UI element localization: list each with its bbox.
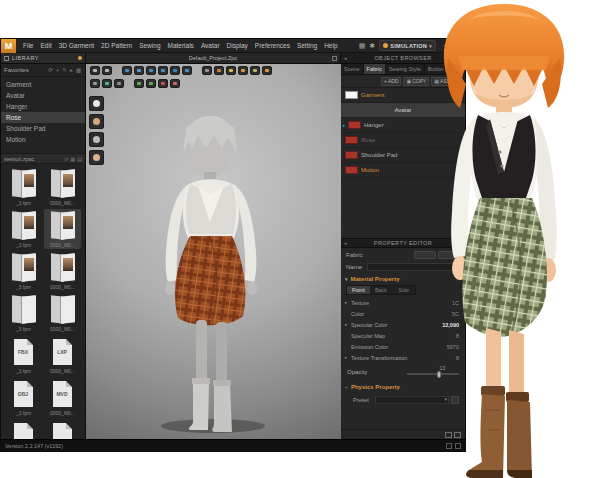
toolbar-icon[interactable] [158, 79, 168, 88]
menu-item[interactable]: 2D Pattern [101, 42, 132, 49]
view-toggle-icon[interactable]: ▤ [77, 156, 82, 162]
library-file-item[interactable]: _3.fpm [5, 209, 42, 249]
display-toggle-icon[interactable] [89, 114, 104, 129]
collapse-arrow-icon[interactable]: ◂ [344, 55, 347, 61]
expand-triangle-icon: ▾ [345, 276, 348, 282]
library-file-item[interactable]: 0000_M0... [44, 293, 81, 333]
library-file-item[interactable]: 0000_M0... [44, 251, 81, 291]
menu-item[interactable]: Sewing [139, 42, 160, 49]
toolbar-icon[interactable] [134, 79, 144, 88]
toolbar-icon[interactable] [134, 66, 144, 75]
toolbar-icon[interactable] [202, 66, 212, 75]
library-file-item[interactable]: 0000_M0... [44, 167, 81, 207]
gear-icon[interactable]: ✱ [369, 42, 375, 50]
library-category-item[interactable]: Rose [1, 112, 85, 123]
fabric-swatch [345, 136, 358, 144]
fabric-swatch [348, 121, 361, 129]
library-file-item[interactable] [5, 419, 42, 439]
library-category-item[interactable]: Motion [1, 134, 85, 145]
toolbar-icon[interactable] [102, 66, 112, 75]
file-thumbnail [50, 253, 76, 283]
menu-item[interactable]: Help [324, 42, 337, 49]
library-file-item[interactable]: MVD 0000_M0... [44, 377, 81, 417]
favorites-action-icon[interactable]: ▸ [68, 67, 75, 73]
favorites-action-icon[interactable]: ▦ [75, 67, 82, 73]
material-side-tab[interactable]: Front [347, 286, 370, 294]
menu-item[interactable]: File [23, 42, 33, 49]
toolbar-icon[interactable] [114, 79, 124, 88]
toolbar-icon[interactable] [262, 66, 272, 75]
menu-item[interactable]: Display [227, 42, 248, 49]
library-file-item[interactable]: _3.fpm [5, 167, 42, 207]
toolbar-icon[interactable] [122, 66, 132, 75]
library-file-item[interactable]: LXP 0000_M0... [44, 335, 81, 375]
favorites-action-icon[interactable]: + [54, 67, 61, 73]
viewport-3d[interactable] [86, 64, 341, 439]
store-icon[interactable]: ▦ [359, 42, 366, 50]
library-category-item[interactable]: Avatar [1, 90, 85, 101]
panel-icon [4, 56, 9, 61]
toolbar-icon[interactable] [90, 79, 100, 88]
menu-item[interactable]: Edit [40, 42, 51, 49]
toolbar-icon[interactable] [146, 66, 156, 75]
library-file-item[interactable]: FBX _3.fpm [5, 335, 42, 375]
avatar-preview [63, 258, 73, 271]
fabric-action-button[interactable]: + ADD [381, 77, 401, 86]
toolbar-icon[interactable] [250, 66, 260, 75]
library-panel: Favorites ⟳+✎▸▦ GarmentAvatarHangerRoseS… [1, 64, 86, 439]
library-file-item[interactable] [44, 419, 81, 439]
library-category-item[interactable]: Hanger [1, 101, 85, 112]
library-panel-tab[interactable]: LIBRARY [1, 53, 86, 63]
toolbar-icon[interactable] [146, 79, 156, 88]
view-toggle-icon[interactable]: ⟳ [64, 156, 68, 162]
fabric-swatch [345, 151, 358, 159]
menu-item[interactable]: 3D Garment [59, 42, 94, 49]
library-file-item[interactable]: _3.fpm [5, 293, 42, 333]
view-toggle-icon[interactable]: ▦ [71, 156, 76, 162]
folder-name: wetsuit.zpac [4, 156, 34, 162]
toolbar-icon[interactable] [182, 66, 192, 75]
menu-item[interactable]: Preferences [255, 42, 290, 49]
avatar-preview [63, 216, 73, 229]
toolbar-icon[interactable] [170, 79, 180, 88]
display-toggle-icon[interactable] [89, 132, 104, 147]
file-thumbnail [11, 295, 37, 325]
toolbar-icon[interactable] [90, 66, 100, 75]
toolbar-icon[interactable] [238, 66, 248, 75]
library-file-item[interactable]: OBJ _3.fpm [5, 377, 42, 417]
status-bar: Version 2.2.147 (v1192) [1, 439, 465, 451]
object-browser-tab[interactable]: Fabric [364, 64, 386, 74]
file-thumbnail: FBX [11, 337, 37, 367]
toolbar-icon[interactable] [226, 66, 236, 75]
file-thumbnail [50, 295, 76, 325]
application-window: M FileEdit3D Garment2D PatternSewingMate… [0, 38, 466, 452]
avatar-preview [63, 174, 73, 187]
collapse-arrow-icon[interactable]: ◂ [344, 240, 347, 246]
file-caption: 0000_M0... [50, 200, 75, 206]
object-browser-tab[interactable]: Scene [341, 64, 364, 74]
display-toggle-icon[interactable] [89, 96, 104, 111]
library-category-item[interactable]: Garment [1, 79, 85, 90]
library-file-item[interactable]: 0000_M0... [44, 209, 81, 249]
document-tab[interactable]: Default_Project.Zpc [86, 53, 341, 63]
library-category-item[interactable]: Shoulder Pad [1, 123, 85, 134]
toolbar-icon[interactable] [102, 79, 112, 88]
toolbar-icon[interactable] [170, 66, 180, 75]
favorites-action-icon[interactable]: ✎ [61, 67, 68, 73]
material-side-tab[interactable]: Back [370, 286, 393, 294]
file-type-badge: FBX [14, 349, 33, 355]
toolbar-icon[interactable] [214, 66, 224, 75]
favorites-action-icon[interactable]: ⟳ [47, 67, 54, 73]
tab-close-icon[interactable] [332, 56, 337, 61]
toolbar-icon[interactable] [158, 66, 168, 75]
display-toggle-icon[interactable] [89, 150, 104, 165]
menu-item[interactable]: Avatar [201, 42, 220, 49]
menu-item[interactable]: Setting [297, 42, 317, 49]
file-thumbnail: MVD [50, 379, 76, 409]
library-file-item[interactable]: _3.fpm [5, 251, 42, 291]
file-caption: _3.fpm [16, 368, 31, 374]
collapse-minus-icon: − [345, 384, 348, 390]
file-thumbnail [50, 169, 76, 199]
menu-item[interactable]: Materials [168, 42, 194, 49]
file-thumbnail [11, 421, 37, 439]
